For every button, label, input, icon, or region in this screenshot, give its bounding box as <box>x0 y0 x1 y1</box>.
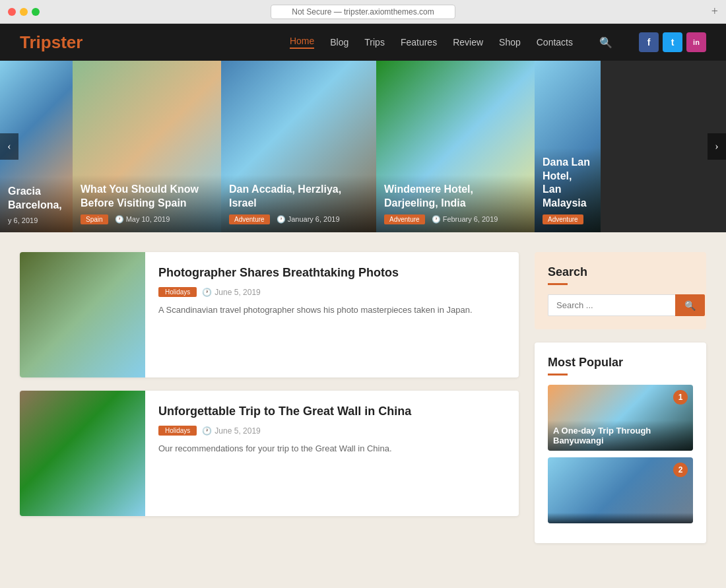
nav-features[interactable]: Features <box>401 37 437 48</box>
slide-5-tag: Adventure <box>543 214 583 224</box>
site-header: Tripster Home Blog Trips Features Review… <box>0 24 726 61</box>
slide-2-title: What You Should Know Before Visiting Spa… <box>81 183 213 211</box>
dot-red[interactable] <box>8 8 16 16</box>
post-1-title[interactable]: Photographer Shares Breathtaking Photos <box>158 265 506 280</box>
search-button[interactable]: 🔍 <box>675 294 705 316</box>
nav-home[interactable]: Home <box>290 36 314 49</box>
slide-2-tag: Spain <box>81 214 108 224</box>
logo[interactable]: Tripster <box>20 32 82 53</box>
post-1-thumbnail <box>20 252 145 377</box>
post-card-1: Photographer Shares Breathtaking Photos … <box>20 252 519 377</box>
twitter-button[interactable]: t <box>663 32 682 52</box>
sidebar: Search 🔍 Most Popular 1 A One-day Trip T… <box>535 252 706 543</box>
main-nav: Home Blog Trips Features Review Shop Con… <box>290 32 706 52</box>
popular-rank-2: 2 <box>673 463 688 477</box>
popular-widget: Most Popular 1 A One-day Trip Through Ba… <box>535 343 706 543</box>
popular-title-2 <box>548 513 693 523</box>
search-widget-title: Search <box>548 265 693 279</box>
popular-item-2[interactable]: 2 <box>548 457 693 523</box>
search-bar: 🔍 <box>548 294 693 316</box>
post-2-date: 🕐 June 5, 2019 <box>202 426 260 436</box>
instagram-button[interactable]: in <box>686 32 706 52</box>
post-1-info: Photographer Shares Breathtaking Photos … <box>145 252 519 377</box>
post-card-2: Unforgettable Trip to The Great Wall in … <box>20 391 519 516</box>
post-1-date: 🕐 June 5, 2019 <box>202 288 260 297</box>
logo-prefix: Trip <box>20 32 51 52</box>
nav-review[interactable]: Review <box>453 37 483 48</box>
slide-4: Windemere Hotel, Darjeeling, India Adven… <box>376 61 535 232</box>
post-2-info: Unforgettable Trip to The Great Wall in … <box>145 391 519 516</box>
popular-item-1[interactable]: 1 A One-day Trip Through Banyuwangi <box>548 385 693 451</box>
slide-3-title: Dan Accadia, Herzliya, Israel <box>229 183 368 211</box>
post-2-tag[interactable]: Holidays <box>158 426 197 436</box>
dot-yellow[interactable] <box>20 8 28 16</box>
slide-3-date: 🕐 January 6, 2019 <box>277 215 340 224</box>
popular-widget-divider <box>548 374 568 376</box>
nav-contacts[interactable]: Contacts <box>537 37 573 48</box>
post-1-excerpt: A Scandinavian travel photographer shows… <box>158 304 506 317</box>
slide-5-title: Dana Lan Hotel, Lan Malaysia <box>543 156 593 211</box>
slide-4-title: Windemere Hotel, Darjeeling, India <box>384 183 527 211</box>
nav-blog[interactable]: Blog <box>330 37 348 48</box>
post-2-excerpt: Our recommendations for your trip to the… <box>158 442 506 456</box>
logo-suffix: ster <box>51 32 83 52</box>
slider-next-button[interactable]: › <box>708 133 726 160</box>
post-2-tags: Holidays 🕐 June 5, 2019 <box>158 426 506 436</box>
site-wrapper: Tripster Home Blog Trips Features Review… <box>0 24 726 563</box>
post-1-tags: Holidays 🕐 June 5, 2019 <box>158 287 506 297</box>
popular-rank-1: 1 <box>673 390 688 405</box>
slide-3-tag: Adventure <box>229 214 270 224</box>
nav-trips[interactable]: Trips <box>364 37 385 48</box>
slide-3: Dan Accadia, Herzliya, Israel Adventure … <box>221 61 376 232</box>
slide-1-title: Gracia Barcelona, <box>8 185 65 212</box>
slide-4-date: 🕐 February 6, 2019 <box>432 215 498 224</box>
main-posts: Photographer Shares Breathtaking Photos … <box>20 252 519 543</box>
slide-2: What You Should Know Before Visiting Spa… <box>73 61 221 232</box>
content-area: Photographer Shares Breathtaking Photos … <box>0 232 726 563</box>
browser-dots <box>8 8 40 16</box>
slide-4-tag: Adventure <box>384 214 425 224</box>
slider-prev-button[interactable]: ‹ <box>0 133 18 160</box>
post-1-tag[interactable]: Holidays <box>158 287 197 297</box>
browser-chrome: Not Secure — tripster.axiomthemes.com + <box>0 0 726 24</box>
new-tab-button[interactable]: + <box>711 5 718 18</box>
post-2-title[interactable]: Unforgettable Trip to The Great Wall in … <box>158 404 506 419</box>
popular-widget-title: Most Popular <box>548 356 693 370</box>
slides-container: Gracia Barcelona, y 6, 2019 What You Sho… <box>0 61 726 232</box>
header-search-icon[interactable]: 🔍 <box>599 36 612 49</box>
search-widget-divider <box>548 283 568 285</box>
post-2-thumbnail <box>20 391 145 516</box>
slide-5: Dana Lan Hotel, Lan Malaysia Adventure <box>535 61 601 232</box>
slide-1-date: y 6, 2019 <box>8 216 38 224</box>
search-input[interactable] <box>548 294 675 316</box>
social-icons: f t in <box>639 32 706 52</box>
search-widget: Search 🔍 <box>535 252 706 329</box>
hero-slider: ‹ Gracia Barcelona, y 6, 2019 What You S… <box>0 61 726 232</box>
dot-green[interactable] <box>32 8 40 16</box>
browser-url: Not Secure — tripster.axiomthemes.com <box>271 5 455 19</box>
slide-2-date: 🕐 May 10, 2019 <box>115 215 170 224</box>
facebook-button[interactable]: f <box>639 32 659 52</box>
popular-title-1: A One-day Trip Through Banyuwangi <box>548 420 693 451</box>
nav-shop[interactable]: Shop <box>499 37 521 48</box>
